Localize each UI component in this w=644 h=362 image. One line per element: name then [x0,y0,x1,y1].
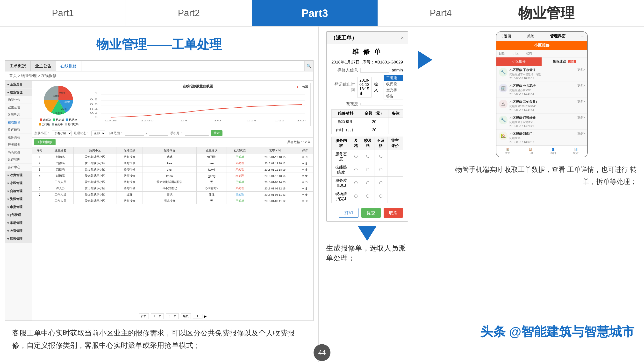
site-good[interactable] [366,195,369,198]
mobile-item-title: 小区报修-公共花坛 [510,84,576,88]
prev-page-btn[interactable]: 上一页 [151,314,164,319]
nav-part3[interactable]: Part3 [252,0,378,26]
print-button[interactable]: 打印 [339,208,358,218]
sidebar-item-property-notice[interactable]: 物管公告 [5,96,32,104]
sidebar-item-owner-notice[interactable]: 业主公告 [5,104,32,111]
date-end-input[interactable] [149,131,168,136]
nav-part4[interactable]: Part4 [378,0,504,26]
mobile-item-more[interactable]: 更多> [577,131,585,136]
next-page-btn[interactable]: 下一页 [166,314,179,319]
mobile-tab-repair[interactable]: 小区报修 [496,57,542,66]
sidebar-section-fee2[interactable]: ▾收费管理 [5,227,32,235]
skill-good[interactable] [366,168,369,171]
table-cell[interactable]: ✏ ↻ [297,179,313,185]
table-cell[interactable]: ✏ 🗑 [297,160,313,167]
submit-button[interactable]: 提交 [361,208,381,218]
sidebar-item-accounting[interactable]: 会计中心 [5,164,32,171]
sidebar-item-cert[interactable]: 认证管理 [5,156,32,164]
table-row: 7工作人员爱比邻满示小区近直测试处理已处理2018-01-03 11:23✏ 🗑 [32,192,313,198]
mobile-list-item[interactable]: 🔧 小区报修-下水管道 问题描述下水管道堵...再建 2016-08-18 10… [496,66,587,82]
mobile-list-item[interactable]: 🔧 小区报修-门禁维修 问题描述下水管道堵... 2016-08-17 14:2… [496,114,587,130]
sidebar-item-patrol[interactable]: 行者服务 [5,141,32,149]
table-cell[interactable]: ✏ ↻ [297,154,313,160]
work-type-dropdown[interactable]: 工道建 收氏投 空光棒 答告 [384,75,403,99]
page-number-input[interactable] [193,314,202,319]
cancel-button[interactable]: 取消 [384,208,403,218]
dropdown-item-2[interactable]: 收氏投 [384,81,403,87]
dropdown-item-3[interactable]: 空光棒 [384,87,403,93]
mobile-icon-profile[interactable]: 👤我的 [550,148,556,155]
mobile-item-title: 小区报修-对面门！ [510,131,576,136]
table-cell[interactable]: ✏ 🗑 [297,185,313,192]
phone-input[interactable] [185,131,209,136]
sidebar-item-service-flow[interactable]: 服务流程 [5,134,32,141]
sidebar-section-resource[interactable]: ▾资源管理 [5,195,32,203]
mobile-item-more[interactable]: 更多> [577,100,585,104]
nav-part2[interactable]: Part2 [126,0,252,26]
site-review[interactable] [387,190,403,203]
status-filter-select[interactable]: 全部 [91,131,105,136]
mobile-icon-workorder[interactable]: 📋工单 [528,148,533,155]
table-cell[interactable]: ✏ 🗑 [297,173,313,179]
attitude-good[interactable] [366,155,369,158]
quality-pass[interactable] [354,181,358,184]
wo-tab-online-repair[interactable]: 在线报修 [56,61,82,71]
mobile-item-more[interactable]: 更多> [577,84,585,88]
sidebar-section-qualified[interactable]: ▾合格管理 [5,187,32,195]
search-button[interactable]: 搜索 [211,130,222,136]
first-page-btn[interactable]: 首页 [139,314,149,319]
last-page-btn[interactable]: 尾页 [181,314,191,319]
mobile-item-more[interactable]: 更多> [577,68,585,72]
date-start-input[interactable] [125,131,144,136]
mobile-close-btn[interactable]: 关闭 [527,34,534,39]
sidebar-section-parking[interactable]: ▾车场管理 [5,219,32,227]
mobile-item-more[interactable]: 更多> [577,116,585,120]
wo-tab-overview[interactable]: 工单概况 [5,61,31,71]
attitude-fail[interactable] [379,155,382,158]
sidebar-section-approval[interactable]: ▾审批管理 [5,203,32,211]
sidebar-section-area[interactable]: ▾小区管理 [5,179,32,187]
area-filter-select[interactable]: 所有小区 [52,131,72,136]
attitude-pass[interactable] [354,155,358,158]
skill-label: 技能熟练度 [332,163,351,177]
mobile-icon-home[interactable]: 🏠首页 [505,148,510,155]
mobile-more-btn[interactable]: ··· [581,34,584,38]
skill-review[interactable] [387,163,403,177]
quality-review[interactable] [387,177,403,190]
mobile-list-item[interactable]: ⚠ 小区报修-其他公共） 问题描述13011945143... 2016-08-… [496,98,587,114]
desc-field[interactable] [360,103,403,105]
attitude-review[interactable] [387,150,403,163]
search-icon[interactable]: 🔍 [306,64,311,68]
quality-good[interactable] [366,181,369,184]
mobile-list-item[interactable]: 🏢 小区报修-公共花坛 问题描述公共XXX... 2016-08-17 14:4… [496,82,587,98]
sidebar-item-online-repair[interactable]: 在线报修 [5,119,32,126]
skill-fail[interactable] [379,168,382,171]
table-cell[interactable]: ✏ ↻ [297,198,313,204]
sidebar-item-discount[interactable]: 高高优惠 [5,149,32,156]
mobile-back-btn[interactable]: 〈 返回 [499,34,511,39]
nav-part1[interactable]: Part1 [0,0,126,26]
sidebar-section-dept[interactable]: ▾j/部管理 [5,211,32,219]
add-repair-button[interactable]: +新增报修 [34,139,56,145]
table-cell[interactable]: ✏ 🗑 [297,167,313,173]
close-button[interactable]: × [401,35,404,41]
skill-pass[interactable] [354,168,358,171]
sidebar-section-ops[interactable]: ▾运营管理 [5,235,32,243]
sidebar-item-complaint[interactable]: 投诉建议 [5,126,32,134]
page-arrow[interactable]: ▶ [204,315,206,318]
mobile-tab-complaint[interactable]: 投诉建议 新建 [542,57,587,66]
mobile-list-item[interactable]: 🏡 小区报修-对面门！ 问题描述... 2016-08-17 13:00:17 … [496,130,587,145]
time-value[interactable]: 2018-01-12 18:15 止 [357,77,372,97]
dropdown-item-1[interactable]: 工道建 [384,75,403,81]
handler-name-field[interactable] [360,68,390,73]
wo-tab-announcement[interactable]: 业主公告 [31,61,56,71]
mobile-icon-stats[interactable]: 📊统计 [573,148,578,155]
sidebar-section-fee[interactable]: ▾收费管理 [5,171,32,179]
site-pass[interactable] [354,195,358,198]
table-cell: 爱比邻满示小区 [74,173,116,179]
dropdown-item-4[interactable]: 答告 [384,93,403,99]
quality-fail[interactable] [379,181,382,184]
sidebar-item-checkin[interactable]: 签到列表 [5,111,32,119]
table-cell[interactable]: ✏ 🗑 [297,192,313,198]
site-fail[interactable] [379,195,382,198]
